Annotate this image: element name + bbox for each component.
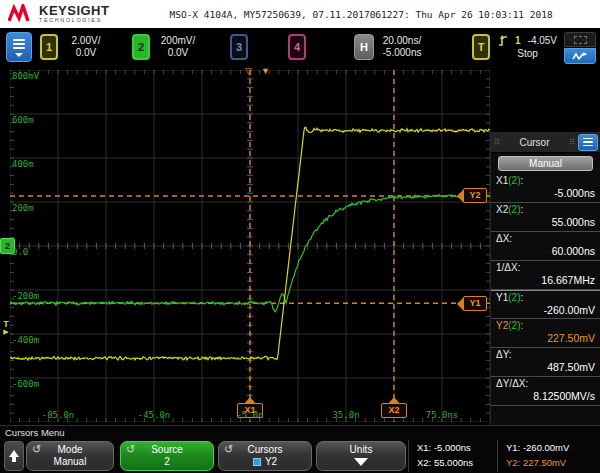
softkey-value: Y2 <box>265 456 277 468</box>
sidebar-header[interactable]: ⠿ Cursor ⠿ <box>491 132 600 153</box>
field-label: Y1(2): <box>496 292 595 303</box>
cursor-y-readout: Y1: -260.00mV Y2: 227.50mV <box>497 440 597 472</box>
sidebar-menu-button[interactable] <box>578 134 598 151</box>
softkey-label: Units <box>317 444 405 456</box>
cursor-field-x2: X2(2): 55.000ns <box>491 203 600 232</box>
rotary-knob-icon: ↺ <box>32 443 41 455</box>
channel-2-offset: 0.0V <box>156 47 200 59</box>
field-label: 1/ΔX: <box>496 262 595 273</box>
v-axis-label: -600m <box>12 379 39 389</box>
cursor-field-inv-dx: 1/ΔX: 16.667MHz <box>491 261 600 290</box>
v-axis-label: 200m <box>12 203 34 213</box>
channel-2-button[interactable]: 2 <box>132 34 150 60</box>
trigger-level: -4.05V <box>528 35 557 47</box>
field-label: Y2(2): <box>496 320 595 331</box>
delay-marker-icon[interactable]: ▼ <box>261 67 270 76</box>
graticule-svg <box>10 70 490 422</box>
keysight-spark-icon <box>8 4 34 24</box>
acquisition-status: Stop <box>498 48 557 60</box>
cursor-field-dydx: ΔY/ΔX: 8.12500MV/s <box>491 377 600 406</box>
rotary-knob-icon: ↺ <box>224 443 233 455</box>
brand-name: KEYSIGHT <box>39 4 109 17</box>
horizontal-settings: 20.00ns/ -5.000ns <box>380 35 424 59</box>
softkey-mode[interactable]: ↺ Mode Manual <box>26 441 114 471</box>
y2-readout: Y2: 227.50mV <box>506 455 597 470</box>
zone-rectangle-icon <box>574 36 587 44</box>
field-value: -260.00mV <box>496 304 595 316</box>
trigger-level-label: T <box>0 320 12 328</box>
cursor-select-icon <box>253 458 261 466</box>
touch-waveform-button[interactable] <box>564 48 596 64</box>
field-value: 227.50mV <box>496 332 595 344</box>
trigger-button[interactable]: T <box>472 34 490 60</box>
y1-readout: Y1: -260.00mV <box>506 440 597 455</box>
t-axis-label: -45.0n <box>130 410 178 420</box>
hamburger-icon <box>13 39 25 41</box>
drag-handle-icon: ⠿ <box>494 138 500 147</box>
softkey-bar: Cursors Menu ↺ Mode Manual ↺ Source 2 ↺ … <box>0 425 600 473</box>
field-value: 487.50mV <box>496 361 595 373</box>
field-value: 16.667MHz <box>496 274 595 286</box>
cursor-y2-flag[interactable]: Y2 <box>463 188 487 203</box>
menu-back-button[interactable] <box>4 441 24 471</box>
chevron-down-icon <box>15 53 23 57</box>
v-axis-label: -200m <box>12 291 39 301</box>
field-value: 55.000ns <box>496 216 595 228</box>
control-bar: 1 2.00V/ 0.0V 2 200mV/ 0.0V 3 4 H 20.00n… <box>0 28 600 66</box>
field-value: 60.000ns <box>496 245 595 257</box>
channel-4-button[interactable]: 4 <box>288 34 306 60</box>
cursor-field-y2: Y2(2): 227.50mV <box>491 319 600 348</box>
drag-handle-icon: ⠿ <box>569 138 575 147</box>
trigger-level-marker[interactable]: T ▶ <box>0 320 12 336</box>
down-arrow-icon <box>354 458 368 466</box>
cursor-mode-button[interactable]: Manual <box>498 156 593 171</box>
menu-title: Cursors Menu <box>5 427 65 438</box>
channel-3-button[interactable]: 3 <box>230 34 248 60</box>
oscilloscope-screen: KEYSIGHT TECHNOLOGIES MSO-X 4104A, MY572… <box>0 0 600 473</box>
softkey-source[interactable]: ↺ Source 2 <box>120 441 214 471</box>
t-axis-label: 75.0ns <box>418 410 466 420</box>
field-value: -5.000ns <box>496 187 595 199</box>
cursor-x2-flag[interactable]: X2 <box>381 403 407 418</box>
rotary-knob-icon: ↺ <box>126 443 135 455</box>
timebase-scale: 20.00ns/ <box>380 35 424 47</box>
cursor-y1-flag[interactable]: Y1 <box>463 296 487 311</box>
brand-subtitle: TECHNOLOGIES <box>39 18 109 24</box>
v-axis-label: 0.0 <box>12 247 28 257</box>
timebase-delay: -5.000ns <box>380 47 424 59</box>
cursor-field-dy: ΔY: 487.50mV <box>491 348 600 377</box>
softkey-value: Manual <box>27 456 113 468</box>
field-label: X1(2): <box>496 175 595 186</box>
t-axis-label: -5.0n <box>226 410 274 420</box>
t-axis-label: -85.0n <box>34 410 82 420</box>
keysight-logo: KEYSIGHT TECHNOLOGIES <box>8 4 109 24</box>
trigger-source: 1 <box>515 35 521 47</box>
waveform-plot: ▽ ▼ X1 X2 Y2 Y1 2 T ▶ 800mV600m400m200m0… <box>0 66 490 425</box>
rising-edge-icon <box>498 35 508 47</box>
display-area: ▽ ▼ X1 X2 Y2 Y1 2 T ▶ 800mV600m400m200m0… <box>0 66 600 425</box>
x1-readout: X1: -5.000ns <box>417 440 496 455</box>
waveform-arrow-icon <box>572 51 588 62</box>
cursor-sidebar: ⠿ Cursor ⠿ Manual X1(2): -5.000ns X2(2):… <box>490 132 600 473</box>
field-label: X2(2): <box>496 204 595 215</box>
up-arrow-icon <box>9 450 19 457</box>
main-menu-button[interactable] <box>6 32 32 62</box>
cursor-field-y1: Y1(2): -260.00mV <box>491 290 600 319</box>
header-bar: KEYSIGHT TECHNOLOGIES MSO-X 4104A, MY572… <box>0 0 600 28</box>
horizontal-button[interactable]: H <box>354 34 374 60</box>
softkey-value: 2 <box>121 456 213 468</box>
t-axis-label: 35.0n <box>322 410 370 420</box>
field-value: 8.12500MV/s <box>496 390 595 402</box>
v-axis-label: 800mV <box>12 71 39 81</box>
delay-marker-outline-icon[interactable]: ▽ <box>245 67 252 76</box>
softkey-units[interactable]: Units <box>316 441 406 471</box>
channel-2-scale: 200mV/ <box>156 35 200 47</box>
channel-1-offset: 0.0V <box>64 47 108 59</box>
softkey-cursors[interactable]: ↺ Cursors Y2 <box>218 441 312 471</box>
cursor-field-x1: X1(2): -5.000ns <box>491 174 600 203</box>
channel-1-button[interactable]: 1 <box>40 34 58 60</box>
cursor-field-dx: ΔX: 60.000ns <box>491 232 600 261</box>
zone-select-button[interactable] <box>564 32 596 47</box>
channel-1-settings: 2.00V/ 0.0V <box>64 35 108 59</box>
trigger-settings: 1 -4.05V Stop <box>498 35 557 60</box>
